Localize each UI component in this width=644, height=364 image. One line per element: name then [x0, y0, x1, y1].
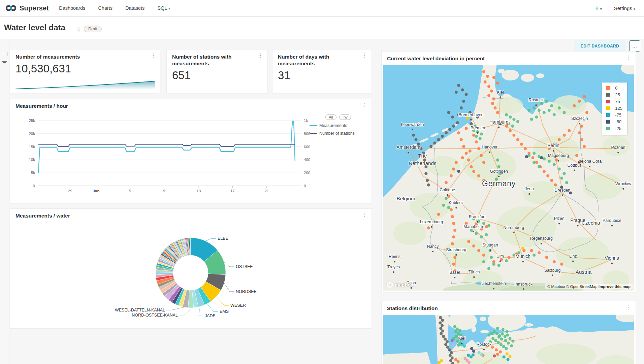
svg-text:25k: 25k — [29, 119, 35, 123]
legend-inv-button[interactable]: Inv — [339, 114, 351, 120]
caret-down-icon: ▾ — [168, 7, 170, 10]
nav-item-dashboards[interactable]: Dashboards — [59, 5, 85, 11]
improve-map-link[interactable]: Improve this map — [599, 285, 631, 289]
legend-item-measurements[interactable]: Measurements — [310, 123, 367, 128]
legend-entry[interactable]: 25 — [606, 92, 622, 97]
svg-text:Liechtenstein: Liechtenstein — [481, 281, 506, 286]
legend-color-swatch — [606, 127, 610, 130]
svg-text:Zürich: Zürich — [468, 270, 480, 274]
legend-entry[interactable]: -25 — [606, 126, 622, 131]
kebab-menu-icon[interactable]: ⋮ — [626, 55, 632, 60]
settings-menu[interactable]: Settings▾ — [614, 5, 635, 11]
svg-text:Mannheim: Mannheim — [463, 224, 483, 229]
panel-title: Current water level deviation in percent — [387, 56, 485, 62]
legend-label: 75 — [615, 99, 620, 104]
line-chart-legend: All Inv Measurements Number of stations — [310, 114, 367, 139]
legend-entry[interactable]: 0 — [606, 86, 622, 91]
svg-text:Szczecin: Szczecin — [571, 116, 588, 121]
svg-text:Reims: Reims — [389, 254, 400, 259]
top-nav: Superset DashboardsChartsDatasetsSQL▾ +▾… — [0, 0, 644, 16]
panel-stations-distribution: Stations distribution ⋮ — [381, 301, 636, 364]
caret-down-icon: ▾ — [634, 7, 635, 11]
svg-text:Rostock: Rostock — [528, 98, 544, 102]
legend-color-swatch — [606, 120, 610, 124]
svg-text:EMS: EMS — [220, 309, 229, 314]
legend-all-button[interactable]: All — [325, 114, 336, 120]
infinity-logo-icon — [5, 4, 17, 12]
dashboard-more-button[interactable]: ... — [629, 40, 640, 52]
deviation-map[interactable]: LeeuwardenAmsterdamTheNetherlandsBelgium… — [383, 65, 634, 291]
svg-text:5: 5 — [129, 189, 131, 193]
svg-text:Czechia: Czechia — [582, 220, 601, 226]
nav-item-datasets[interactable]: Datasets — [125, 5, 144, 11]
svg-text:Regensburg: Regensburg — [530, 236, 553, 241]
brand-name: Superset — [20, 4, 49, 12]
mapbox-logo[interactable]: mapbox — [387, 282, 413, 288]
svg-text:400: 400 — [304, 158, 310, 162]
svg-text:10k: 10k — [29, 158, 35, 162]
kpi-title: Number of days with measurements — [278, 54, 358, 67]
legend-entry[interactable]: -75 — [606, 112, 622, 118]
legend-entry[interactable]: 75 — [606, 99, 622, 104]
new-item-button[interactable]: +▾ — [595, 4, 602, 12]
svg-text:17: 17 — [230, 189, 235, 193]
legend-entry[interactable]: 125 — [606, 106, 622, 111]
svg-text:29: 29 — [68, 189, 72, 193]
svg-text:1k: 1k — [304, 119, 308, 123]
mapbox-circle-icon — [387, 282, 393, 288]
svg-text:Cologne: Cologne — [440, 188, 455, 192]
svg-text:NORD-OSTSEE-KANAL: NORD-OSTSEE-KANAL — [132, 313, 178, 318]
svg-text:5k: 5k — [31, 171, 35, 175]
svg-text:Jun: Jun — [93, 189, 99, 193]
filter-funnel-icon[interactable] — [2, 60, 7, 67]
stations-map[interactable]: KielRostock — [383, 315, 634, 364]
svg-text:20k: 20k — [29, 132, 35, 136]
svg-text:Frankfurt: Frankfurt — [469, 214, 486, 219]
svg-text:Pardubice: Pardubice — [603, 218, 621, 223]
svg-text:Stuttgart: Stuttgart — [482, 243, 498, 247]
map-canvas: LeeuwardenAmsterdamTheNetherlandsBelgium… — [383, 65, 634, 291]
svg-text:The: The — [418, 153, 427, 159]
kpi-sparkline — [15, 79, 155, 90]
svg-text:Hamburg: Hamburg — [489, 119, 509, 125]
favorite-star-icon[interactable]: ☆ — [75, 26, 81, 33]
caret-down-icon: ▾ — [600, 7, 602, 11]
legend-label: 25 — [615, 92, 620, 97]
kebab-menu-icon[interactable]: ⋮ — [362, 53, 367, 58]
svg-text:Dresden: Dresden — [555, 188, 571, 193]
kpi-card-stations: Number of stations with measurements ⋮ 6… — [166, 49, 267, 93]
legend-label: -75 — [615, 112, 621, 118]
legend-entry[interactable]: -50 — [606, 119, 622, 124]
svg-text:Magdeburg: Magdeburg — [548, 153, 569, 158]
legend-color-swatch — [606, 100, 610, 103]
legend-item-stations[interactable]: Number of stations — [310, 131, 367, 136]
svg-text:Bremen: Bremen — [471, 126, 485, 130]
legend-color-swatch — [606, 93, 610, 97]
nav-right: +▾ Settings▾ — [595, 4, 635, 12]
page-title: Water level data — [4, 23, 65, 32]
svg-text:Innsbruck: Innsbruck — [515, 282, 533, 286]
kebab-menu-icon[interactable]: ⋮ — [258, 53, 263, 58]
nav-item-charts[interactable]: Charts — [98, 5, 112, 11]
svg-text:Poznań: Poznań — [611, 145, 625, 150]
svg-text:600: 600 — [304, 145, 310, 149]
donut-chart[interactable]: ELBEOSTSEENORDSEEWESEREMSJADENORD-OSTSEE… — [10, 209, 372, 329]
kpi-value: 10,530,631 — [15, 62, 71, 75]
svg-text:Munich: Munich — [516, 254, 530, 259]
nav-item-sql[interactable]: SQL▾ — [157, 5, 170, 11]
kebab-menu-icon[interactable]: ⋮ — [151, 53, 156, 58]
kebab-menu-icon[interactable]: ⋮ — [626, 305, 632, 310]
svg-text:Koblenz: Koblenz — [449, 200, 464, 205]
legend-color-swatch — [606, 113, 610, 117]
panel-deviation-map: Current water level deviation in percent… — [381, 51, 636, 292]
superset-logo[interactable]: Superset — [5, 4, 49, 12]
svg-text:Leeuwarden: Leeuwarden — [401, 122, 424, 127]
svg-text:OSTSEE: OSTSEE — [236, 264, 253, 269]
map-legend: 02575125-75-50-25 — [602, 82, 627, 135]
edit-dashboard-button[interactable]: EDIT DASHBOARD — [574, 40, 625, 52]
svg-text:Strasbourg: Strasbourg — [446, 247, 466, 252]
svg-text:Nancy: Nancy — [427, 244, 439, 249]
legend-label: 0 — [615, 86, 617, 91]
stations-line-swatch — [310, 133, 317, 134]
expand-filters-icon[interactable]: →| — [2, 51, 8, 56]
